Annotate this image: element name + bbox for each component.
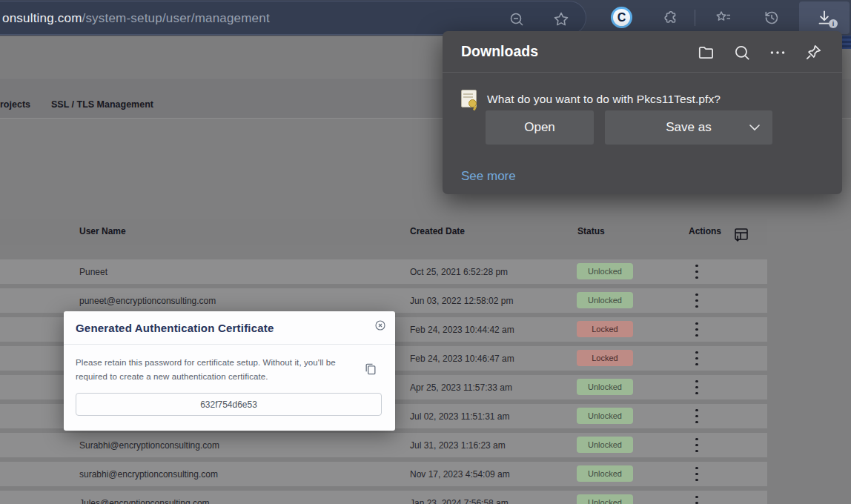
pin-icon[interactable] <box>804 43 823 62</box>
collections-icon[interactable] <box>714 8 733 27</box>
created-date-cell: Feb 24, 2023 10:44:42 am <box>410 325 514 335</box>
table-row: Jules@encryptionconsulting.com Jan 23, 2… <box>0 491 767 504</box>
extensions-puzzle-icon[interactable] <box>660 8 680 27</box>
certificate-password-field[interactable]: 632f754d6e53 <box>76 393 382 416</box>
row-actions-kebab-icon[interactable] <box>694 322 700 336</box>
created-date-cell: Oct 25, 2021 6:52:28 pm <box>410 267 508 277</box>
status-badge: Locked <box>577 350 633 366</box>
table-row: Surabhi@encryptionconsulting.com Jul 31,… <box>0 433 767 457</box>
column-header-actions: Actions <box>689 226 721 236</box>
download-prompt-text: What do you want to do with Pkcs11Test.p… <box>487 93 721 106</box>
row-actions-kebab-icon[interactable] <box>694 438 700 452</box>
status-badge: Unlocked <box>577 379 633 395</box>
row-actions-kebab-icon[interactable] <box>694 380 700 394</box>
column-header-status: Status <box>577 226 605 236</box>
status-badge: Unlocked <box>577 408 633 424</box>
history-icon[interactable] <box>762 8 781 27</box>
column-settings-icon[interactable] <box>732 226 750 244</box>
modal-body-text: required to create a new authentication … <box>76 372 268 381</box>
modal-header: Generated Authentication Certificate <box>64 311 395 345</box>
url-host: onsulting.com <box>2 11 82 26</box>
url-text: onsulting.com/system-setup/user/manageme… <box>2 1 270 36</box>
downloads-button[interactable] <box>799 1 850 34</box>
status-badge: Unlocked <box>577 465 633 482</box>
downloads-popup: Downloads <box>443 31 842 194</box>
save-as-label: Save as <box>666 120 711 135</box>
row-actions-kebab-icon[interactable] <box>694 265 700 279</box>
row-actions-kebab-icon[interactable] <box>694 294 700 308</box>
table-row: puneet@encryptionconsulting.com Jun 03, … <box>0 288 767 313</box>
browser-toolbar: onsulting.com/system-setup/user/manageme… <box>0 0 851 36</box>
created-date-cell: Jan 23, 2024 7:56:58 am <box>410 498 509 504</box>
created-date-cell: Jul 31, 2023 1:16:23 am <box>410 440 506 451</box>
row-actions-kebab-icon[interactable] <box>694 409 700 423</box>
nav-item-projects[interactable]: rojects <box>0 99 30 110</box>
extension-c-icon[interactable]: C <box>611 7 632 28</box>
user-name-cell: Puneet <box>79 267 107 277</box>
status-badge: Unlocked <box>577 437 633 453</box>
modal-title: Generated Authentication Certificate <box>76 322 274 334</box>
table-row: Puneet Oct 25, 2021 6:52:28 pm Unlocked <box>0 259 767 284</box>
toolbar-divider <box>695 10 695 26</box>
row-actions-kebab-icon[interactable] <box>694 351 700 365</box>
user-name-cell: Surabhi@encryptionconsulting.com <box>79 440 219 451</box>
created-date-cell: Jul 02, 2023 11:51:31 am <box>410 411 510 422</box>
modal-body-text: Please retain this password for certific… <box>76 358 336 367</box>
column-header-user-name: User Name <box>79 226 126 236</box>
row-actions-kebab-icon[interactable] <box>694 496 700 504</box>
status-badge: Locked <box>577 321 633 337</box>
see-more-link[interactable]: See more <box>461 169 516 184</box>
column-header-created-date: Created Date <box>410 226 465 236</box>
address-bar[interactable]: onsulting.com/system-setup/user/manageme… <box>0 1 586 35</box>
chevron-down-icon[interactable] <box>749 123 761 132</box>
table-row: surabhi@encryptionconsulting.com Nov 17,… <box>0 462 767 486</box>
user-name-cell: surabhi@encryptionconsulting.com <box>79 469 218 480</box>
favorite-star-icon[interactable] <box>552 10 571 29</box>
search-downloads-icon[interactable] <box>732 43 752 62</box>
url-path: /system-setup/user/management <box>82 11 270 26</box>
close-icon[interactable] <box>374 319 386 331</box>
more-options-icon[interactable] <box>768 43 787 62</box>
save-as-button[interactable]: Save as <box>605 110 772 145</box>
nav-item-ssl-tls-management[interactable]: SSL / TLS Management <box>51 99 153 110</box>
status-badge: Unlocked <box>577 292 633 308</box>
user-name-cell: puneet@encryptionconsulting.com <box>79 296 216 306</box>
download-info-badge: i <box>829 19 838 28</box>
table-header-row: User Name Created Date Status Actions <box>0 219 767 245</box>
status-badge: Unlocked <box>577 494 633 504</box>
created-date-cell: Nov 17, 2023 4:54:09 am <box>410 469 510 480</box>
zoom-out-icon[interactable] <box>507 10 526 29</box>
open-downloads-folder-icon[interactable] <box>697 43 716 62</box>
copy-icon[interactable] <box>363 362 378 377</box>
open-button[interactable]: Open <box>486 110 594 145</box>
status-badge: Unlocked <box>577 263 633 279</box>
created-date-cell: Jun 03, 2022 12:58:02 pm <box>410 296 513 306</box>
popup-divider <box>443 72 842 73</box>
created-date-cell: Feb 24, 2023 10:46:47 am <box>410 354 514 364</box>
screen: rojects SSL / TLS Management User Name C… <box>0 0 851 504</box>
generated-certificate-modal: Generated Authentication Certificate Ple… <box>64 311 395 431</box>
certificate-file-icon <box>461 90 479 110</box>
user-name-cell: Jules@encryptionconsulting.com <box>79 498 210 504</box>
row-actions-kebab-icon[interactable] <box>694 467 700 481</box>
created-date-cell: Apr 25, 2023 11:57:33 am <box>410 382 512 393</box>
downloads-popup-title: Downloads <box>461 43 538 60</box>
